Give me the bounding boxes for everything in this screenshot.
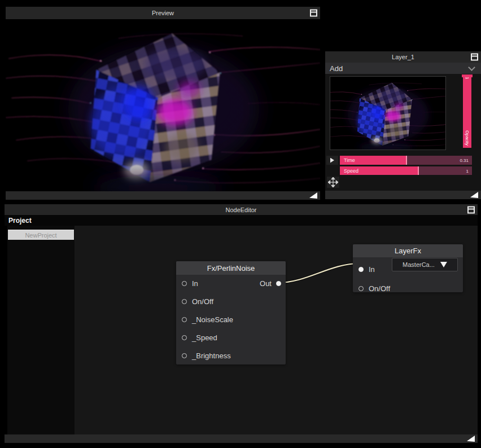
time-slider[interactable]: Time 0.31 — [340, 156, 472, 165]
preview-title: Preview — [152, 10, 174, 16]
port-speed-icon[interactable] — [182, 335, 187, 340]
play-icon — [330, 158, 334, 163]
dock-window-icon[interactable] — [471, 54, 478, 61]
port-brightness-label: _Brightness — [192, 352, 231, 360]
add-dropdown[interactable]: Add — [325, 63, 481, 74]
port-speed-label: _Speed — [192, 333, 217, 342]
port-onoff-icon[interactable] — [182, 299, 187, 304]
time-label: Time — [344, 157, 355, 163]
resize-handle-icon[interactable] — [467, 436, 475, 442]
layerfx-node-header[interactable]: LayerFx — [353, 244, 463, 257]
preview-render — [6, 19, 320, 191]
project-sidebar: NewProject — [7, 226, 75, 434]
sidebar-item-newproject[interactable]: NewProject — [8, 230, 74, 240]
master-camera-dropdown[interactable]: MasterCa... — [392, 258, 458, 271]
opacity-label: Opacity — [465, 130, 470, 146]
layerfx-node-title: LayerFx — [395, 247, 421, 255]
layer-titlebar[interactable]: Layer_1 — [325, 51, 481, 63]
perlin-node-title: Fx/PerlinNoise — [207, 264, 255, 273]
resize-handle-icon[interactable] — [470, 192, 478, 198]
opacity-slider[interactable]: 1 Opacity — [463, 74, 471, 148]
move-arrows-icon — [328, 177, 338, 187]
port-in-icon[interactable] — [182, 281, 187, 286]
move-tool-button[interactable] — [327, 177, 339, 188]
preview-panel: Preview — [6, 7, 320, 200]
time-value: 0.31 — [460, 158, 469, 163]
port-noisescale-icon[interactable] — [182, 317, 187, 322]
port-out-icon[interactable] — [276, 281, 281, 286]
layer-title: Layer_1 — [392, 54, 414, 60]
tab-project[interactable]: Project — [5, 215, 478, 226]
port-noisescale-label: _NoiseScale — [192, 315, 233, 324]
node-editor-body: NewProject Fx/PerlinNoise In Out — [5, 226, 478, 434]
preview-titlebar[interactable]: Preview — [6, 7, 320, 19]
port-in-label: In — [192, 279, 198, 288]
port-out-label: Out — [260, 279, 272, 288]
port-in-label: In — [369, 265, 375, 274]
node-canvas[interactable]: Fx/PerlinNoise In Out On/Off _NoiseS — [75, 226, 478, 434]
node-editor-panel: NodeEditor Project NewProject Fx/PerlinN… — [5, 204, 478, 443]
dropdown-arrow-icon — [440, 262, 447, 267]
dock-window-icon[interactable] — [310, 10, 317, 17]
port-onoff-icon[interactable] — [358, 286, 364, 291]
speed-value: 1 — [466, 168, 469, 173]
preview-statusbar — [6, 191, 320, 200]
add-label: Add — [330, 64, 343, 73]
node-layerfx[interactable]: LayerFx In MasterCa... On/Off — [353, 244, 463, 292]
time-play-button[interactable] — [326, 156, 338, 165]
dock-window-icon[interactable] — [467, 206, 475, 213]
opacity-value: 1 — [465, 77, 470, 79]
project-tab-label: Project — [8, 217, 32, 225]
layer-content: 1 Opacity Time 0.31 Speed 1 — [325, 74, 481, 191]
node-fx-perlinnoise[interactable]: Fx/PerlinNoise In Out On/Off _NoiseS — [176, 261, 286, 364]
newproject-label: NewProject — [25, 232, 56, 239]
perlin-node-header[interactable]: Fx/PerlinNoise — [176, 261, 286, 275]
layer-thumbnail-render — [330, 76, 446, 150]
port-onoff-label: On/Off — [192, 297, 213, 306]
resize-handle-icon[interactable] — [309, 192, 317, 199]
port-onoff-label: On/Off — [369, 284, 390, 293]
layer-panel: Layer_1 Add 1 Opacity Time 0.31 Speed 1 — [325, 51, 481, 199]
chevron-down-icon — [468, 64, 475, 71]
port-brightness-icon[interactable] — [182, 353, 187, 358]
node-editor-title: NodeEditor — [225, 207, 256, 213]
node-editor-titlebar[interactable]: NodeEditor — [5, 204, 478, 215]
speed-slider[interactable]: Speed 1 — [340, 166, 472, 175]
node-editor-statusbar — [5, 434, 478, 443]
speed-label: Speed — [344, 168, 358, 174]
port-in-icon[interactable] — [358, 267, 364, 272]
layer-statusbar — [325, 191, 481, 199]
master-camera-value: MasterCa... — [403, 261, 435, 268]
